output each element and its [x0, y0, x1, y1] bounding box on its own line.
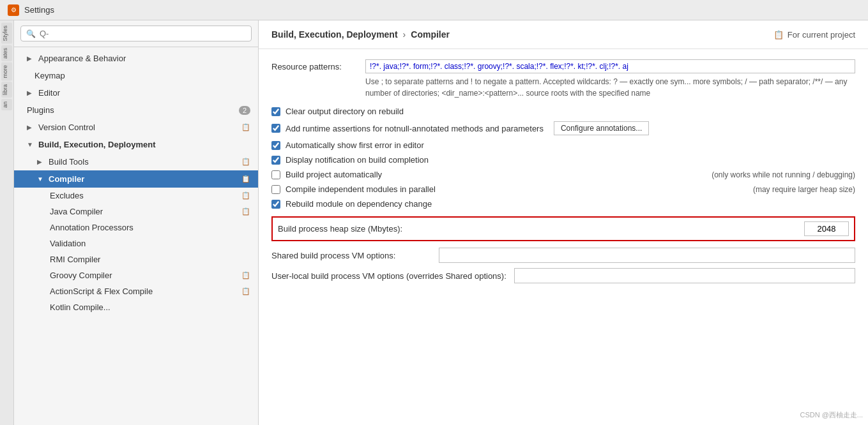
- arrow-icon: ▶: [37, 158, 45, 165]
- breadcrumb-current: Compiler: [411, 29, 450, 40]
- add-assertions-label: Add runtime assertions for notnull-annot…: [286, 124, 544, 133]
- resource-patterns-input[interactable]: [365, 59, 855, 73]
- sidebar-item-label: Build, Execution, Deployment: [38, 140, 250, 149]
- configure-annotations-button[interactable]: Configure annotations...: [554, 121, 649, 135]
- sidebar-item-actionscript[interactable]: ActionScript & Flex Compile 📋: [14, 283, 258, 299]
- build-auto-label: Build project automatically: [286, 170, 706, 179]
- sidebar-item-annotation-processors[interactable]: Annotation Processors: [14, 220, 258, 235]
- display-notification-checkbox[interactable]: [271, 156, 280, 165]
- edge-tab-more[interactable]: more: [1, 63, 12, 81]
- checkbox-clear-output: Clear output directory on rebuild: [271, 107, 855, 116]
- settings-tree: ▶ Appearance & Behavior Keymap ▶ Editor …: [14, 47, 258, 425]
- sidebar-item-rmi-compiler[interactable]: RMI Compiler: [14, 251, 258, 267]
- sidebar-item-label: Java Compiler: [50, 207, 238, 216]
- compile-parallel-checkbox[interactable]: [271, 185, 280, 194]
- auto-show-error-label: Automatically show first error in editor: [286, 140, 424, 150]
- edge-tab-libra[interactable]: libra: [1, 82, 12, 98]
- resource-patterns-label: Resource patterns:: [271, 62, 358, 71]
- build-auto-checkbox[interactable]: [271, 170, 280, 179]
- sidebar-item-label: Version Control: [38, 123, 238, 132]
- watermark: CSDN @西柚走走...: [800, 410, 863, 420]
- copy-icon: 📋: [241, 175, 250, 183]
- sidebar-item-label: RMI Compiler: [50, 255, 250, 264]
- sidebar-item-plugins[interactable]: Plugins 2: [14, 101, 258, 119]
- checkbox-display-notification: Display notification on build completion: [271, 155, 855, 165]
- display-notification-label: Display notification on build completion: [286, 155, 429, 165]
- sidebar-item-label: ActionScript & Flex Compile: [50, 287, 238, 296]
- sidebar-item-label: Appearance & Behavior: [38, 54, 250, 63]
- sidebar-item-keymap[interactable]: Keymap: [14, 67, 258, 84]
- search-icon: 🔍: [26, 29, 36, 38]
- build-auto-note: (only works while not running / debuggin…: [712, 170, 855, 179]
- copy-icon: 📋: [241, 191, 250, 200]
- sidebar-item-label: Annotation Processors: [50, 223, 250, 232]
- checkbox-compile-parallel: Compile independent modules in parallel …: [271, 184, 855, 194]
- compile-parallel-label: Compile independent modules in parallel: [286, 184, 748, 194]
- sidebar-item-label: Compiler: [49, 174, 238, 184]
- sidebar-item-groovy-compiler[interactable]: Groovy Compiler 📋: [14, 267, 258, 283]
- user-local-vm-label: User-local build process VM options (ove…: [271, 271, 506, 281]
- copy-icon: 📋: [241, 287, 250, 295]
- copy-icon: 📋: [241, 158, 250, 166]
- shared-vm-label: Shared build process VM options:: [271, 251, 431, 260]
- sidebar-item-label: Build Tools: [49, 157, 238, 167]
- sidebar-item-label: Excludes: [50, 191, 238, 200]
- shared-vm-row: Shared build process VM options:: [271, 248, 855, 263]
- checkbox-auto-show-error: Automatically show first error in editor: [271, 140, 855, 150]
- search-box[interactable]: 🔍: [20, 26, 252, 41]
- sidebar-item-build-tools[interactable]: ▶ Build Tools 📋: [14, 153, 258, 170]
- edge-tab-an[interactable]: an: [1, 99, 12, 110]
- breadcrumb: Build, Execution, Deployment › Compiler …: [259, 20, 868, 49]
- arrow-icon: ▶: [27, 124, 34, 131]
- heap-size-label: Build process heap size (Mbytes):: [278, 224, 796, 234]
- settings-body: Resource patterns: Use ; to separate pat…: [259, 49, 868, 425]
- heap-size-row: Build process heap size (Mbytes):: [271, 216, 855, 241]
- checkbox-add-assertions: Add runtime assertions for notnull-annot…: [271, 121, 855, 135]
- sidebar-item-compiler[interactable]: ▼ Compiler 📋: [14, 170, 258, 188]
- sidebar-item-label: Validation: [50, 239, 250, 248]
- sidebar-item-label: Groovy Compiler: [50, 271, 238, 280]
- sidebar-item-label: Kotlin Compile...: [50, 302, 250, 312]
- sidebar-item-label: Plugins: [27, 105, 235, 115]
- checkbox-build-auto: Build project automatically (only works …: [271, 170, 855, 179]
- edge-tab-ates[interactable]: ates: [1, 45, 12, 61]
- window-title: Settings: [24, 5, 54, 15]
- for-current-project: For current project: [788, 30, 855, 40]
- sidebar-item-label: Keymap: [34, 71, 250, 80]
- sidebar-item-label: Editor: [38, 88, 250, 98]
- copy-icon: 📋: [241, 271, 250, 280]
- sidebar-item-kotlin[interactable]: Kotlin Compile...: [14, 299, 258, 315]
- arrow-icon: ▶: [27, 55, 34, 62]
- auto-show-error-checkbox[interactable]: [271, 141, 280, 150]
- resource-hint: Use ; to separate patterns and ! to nega…: [365, 76, 855, 99]
- breadcrumb-separator: ›: [403, 29, 406, 40]
- sidebar-item-java-compiler[interactable]: Java Compiler 📋: [14, 204, 258, 220]
- arrow-icon: ▶: [27, 89, 34, 96]
- sidebar-item-build-execution[interactable]: ▼ Build, Execution, Deployment: [14, 136, 258, 153]
- plugins-badge: 2: [239, 106, 250, 115]
- copy-icon: 📋: [241, 123, 250, 131]
- add-assertions-checkbox[interactable]: [271, 124, 280, 133]
- copy-icon: 📋: [241, 207, 250, 216]
- sidebar-item-validation[interactable]: Validation: [14, 235, 258, 251]
- breadcrumb-path1: Build, Execution, Deployment: [271, 29, 398, 40]
- sidebar-item-version-control[interactable]: ▶ Version Control 📋: [14, 119, 258, 136]
- arrow-icon: ▼: [37, 175, 45, 183]
- project-icon: 📋: [773, 30, 784, 40]
- edge-tab-styles[interactable]: Styles: [1, 23, 12, 44]
- user-local-vm-input[interactable]: [514, 268, 855, 283]
- resource-patterns-row: Resource patterns:: [271, 59, 855, 73]
- clear-output-checkbox[interactable]: [271, 107, 280, 116]
- arrow-icon: ▼: [27, 141, 34, 148]
- sidebar-item-appearance[interactable]: ▶ Appearance & Behavior: [14, 50, 258, 67]
- rebuild-module-label: Rebuild module on dependency change: [286, 199, 432, 209]
- sidebar-item-editor[interactable]: ▶ Editor: [14, 84, 258, 101]
- search-input[interactable]: [40, 29, 246, 38]
- heap-size-input[interactable]: [804, 221, 849, 236]
- compile-parallel-note: (may require larger heap size): [753, 185, 855, 194]
- sidebar-item-excludes[interactable]: Excludes 📋: [14, 188, 258, 204]
- rebuild-module-checkbox[interactable]: [271, 200, 280, 209]
- user-local-vm-row: User-local build process VM options (ove…: [271, 268, 855, 283]
- app-icon: ⚙: [8, 4, 19, 16]
- shared-vm-input[interactable]: [439, 248, 855, 263]
